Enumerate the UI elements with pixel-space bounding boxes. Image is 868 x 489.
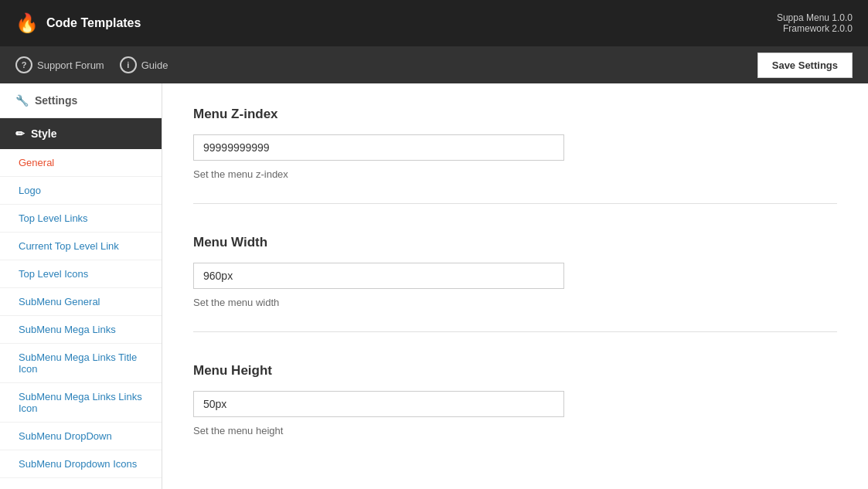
sidebar-item-top-level-icons[interactable]: Top Level Icons <box>0 260 162 288</box>
zindex-hint: Set the menu z-index <box>193 168 837 180</box>
sections-container: Menu Z-indexSet the menu z-indexMenu Wid… <box>193 107 837 460</box>
style-icon: ✏ <box>15 127 25 140</box>
width-title: Menu Width <box>193 235 837 250</box>
sidebar-item-submenu-mega-links-title-icon[interactable]: SubMenu Mega Links Title Icon <box>0 344 162 383</box>
main-layout: 🔧 Settings ✏ Style GeneralLogoTop Level … <box>0 83 868 489</box>
sidebar-item-submenu-dropdown[interactable]: SubMenu DropDown <box>0 423 162 450</box>
wrench-icon: 🔧 <box>15 94 29 107</box>
height-input[interactable] <box>193 391 564 417</box>
save-settings-button[interactable]: Save Settings <box>757 53 853 78</box>
section-width: Menu WidthSet the menu width <box>193 212 837 332</box>
top-header: 🔥 Code Templates Suppa Menu 1.0.0 Framew… <box>0 0 868 46</box>
version-line2: Framework 2.0.0 <box>777 23 853 34</box>
width-hint: Set the menu width <box>193 297 837 308</box>
sidebar-item-logo[interactable]: Logo <box>0 177 162 205</box>
sidebar-item-submenu-mega-links[interactable]: SubMenu Mega Links <box>0 316 162 344</box>
section-zindex: Menu Z-indexSet the menu z-index <box>193 107 837 204</box>
brand-title: Code Templates <box>46 16 141 30</box>
guide-icon: i <box>120 56 137 73</box>
support-forum-link[interactable]: ? Support Forum <box>15 56 104 73</box>
flame-icon: 🔥 <box>15 12 39 34</box>
sidebar-sub-items: GeneralLogoTop Level LinksCurrent Top Le… <box>0 149 162 478</box>
sidebar-item-general[interactable]: General <box>0 149 162 177</box>
sidebar-item-submenu-dropdown-icons[interactable]: SubMenu Dropdown Icons <box>0 450 162 478</box>
settings-label: Settings <box>35 94 77 107</box>
section-height: Menu HeightSet the menu height <box>193 340 837 460</box>
sub-header-links: ? Support Forum i Guide <box>15 56 168 73</box>
sidebar-item-submenu-general[interactable]: SubMenu General <box>0 288 162 316</box>
sidebar-item-top-level-links[interactable]: Top Level Links <box>0 205 162 233</box>
sidebar-item-submenu-mega-links-links-icon[interactable]: SubMenu Mega Links Links Icon <box>0 383 162 423</box>
style-label: Style <box>31 127 56 140</box>
brand-section: 🔥 Code Templates <box>15 12 141 34</box>
sidebar: 🔧 Settings ✏ Style GeneralLogoTop Level … <box>0 83 162 489</box>
version-info: Suppa Menu 1.0.0 Framework 2.0.0 <box>777 12 853 34</box>
sidebar-item-current-top-level-link[interactable]: Current Top Level Link <box>0 233 162 260</box>
zindex-title: Menu Z-index <box>193 107 837 122</box>
guide-link[interactable]: i Guide <box>120 56 168 73</box>
main-content: Menu Z-indexSet the menu z-indexMenu Wid… <box>162 83 868 489</box>
support-forum-label: Support Forum <box>37 59 104 71</box>
width-input[interactable] <box>193 263 564 289</box>
support-forum-icon: ? <box>15 56 32 73</box>
sub-header: ? Support Forum i Guide Save Settings <box>0 46 868 83</box>
zindex-input[interactable] <box>193 134 564 161</box>
version-line1: Suppa Menu 1.0.0 <box>777 12 853 23</box>
guide-label: Guide <box>141 59 168 71</box>
sidebar-style-item[interactable]: ✏ Style <box>0 118 162 149</box>
height-hint: Set the menu height <box>193 425 837 436</box>
height-title: Menu Height <box>193 363 837 379</box>
sidebar-settings-section: 🔧 Settings <box>0 83 162 118</box>
